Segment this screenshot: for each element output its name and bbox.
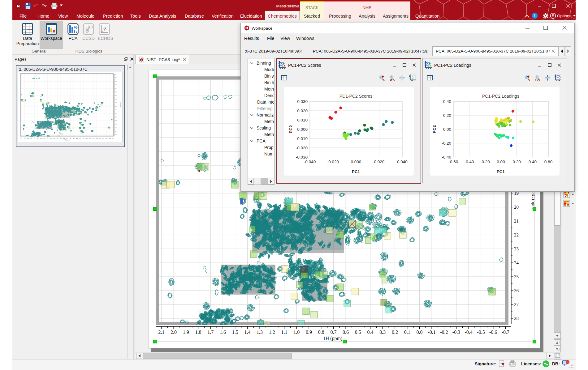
svg-text:0.040: 0.040 [397,159,408,164]
svg-text:-0.020: -0.020 [296,146,308,150]
svg-text:0.20: 0.20 [513,159,521,164]
svg-text:-0.40: -0.40 [465,159,474,164]
svg-text:0.030: 0.030 [297,99,308,104]
svg-text:PC1-PC2 Loadings: PC1-PC2 Loadings [482,94,519,99]
svg-text:0.020: 0.020 [297,108,308,113]
svg-text:-0.020: -0.020 [327,159,339,164]
svg-text:PC1-PC2 Scores: PC1-PC2 Scores [339,94,373,99]
svg-text:0.60: 0.60 [544,159,552,164]
svg-text:0.000: 0.000 [297,127,308,132]
svg-text:-0.040: -0.040 [304,159,316,164]
svg-text:-0.20: -0.20 [480,159,490,164]
svg-text:0.020: 0.020 [374,159,384,164]
svg-text:-0.60: -0.60 [449,159,458,164]
svg-text:0.40: 0.40 [529,159,537,164]
svg-text:0.00: 0.00 [497,159,505,164]
svg-text:0.000: 0.000 [351,159,361,164]
svg-text:-0.010: -0.010 [296,136,308,141]
svg-text:0.00: 0.00 [443,127,451,132]
svg-text:PC2: PC2 [288,125,293,133]
svg-text:0.20: 0.20 [443,113,451,118]
svg-text:PC1: PC1 [352,169,360,174]
svg-text:0.010: 0.010 [297,118,308,122]
svg-text:-0.40: -0.40 [442,155,451,159]
svg-text:-0.20: -0.20 [442,141,451,146]
svg-text:0.40: 0.40 [443,99,451,104]
svg-text:PC2: PC2 [432,125,437,133]
svg-text:-0.030: -0.030 [296,155,308,159]
svg-text:PC1: PC1 [497,169,505,174]
